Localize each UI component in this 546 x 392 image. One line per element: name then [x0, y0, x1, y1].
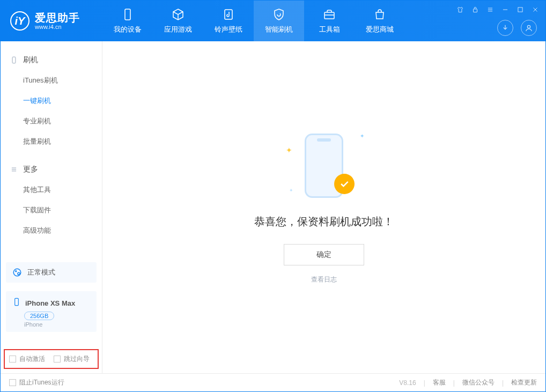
wechat-link[interactable]: 微信公众号 [462, 378, 495, 387]
minimize-icon[interactable] [500, 5, 510, 14]
sidebar-item-other-tools[interactable]: 其他工具 [1, 180, 102, 200]
body: 刷机 iTunes刷机 一键刷机 专业刷机 批量刷机 更多 其他工具 下载固件 … [1, 41, 545, 373]
device-capacity: 256GB [24, 312, 54, 320]
cube-icon [171, 8, 185, 21]
options-highlight-box: 自动激活 跳过向导 [4, 349, 99, 369]
device-phone-icon [12, 298, 21, 308]
sidebar-item-download-firmware[interactable]: 下载固件 [1, 200, 102, 220]
sidebar-group-flash: 刷机 [1, 52, 102, 70]
success-illustration: ✦ ✦ ✦ [289, 131, 359, 201]
shirt-icon[interactable] [455, 5, 465, 14]
view-log-link[interactable]: 查看日志 [311, 275, 337, 284]
svg-point-9 [18, 272, 20, 275]
ok-button[interactable]: 确定 [284, 244, 364, 265]
statusbar: 阻止iTunes运行 V8.16 | 客服 | 微信公众号 | 检查更新 [1, 373, 545, 391]
music-note-icon [222, 8, 235, 21]
sidebar-group-more: 更多 [1, 161, 102, 180]
phone-small-icon [10, 56, 18, 64]
mode-normal-icon [12, 268, 22, 277]
mode-card[interactable]: 正常模式 [6, 262, 97, 283]
main-content: ✦ ✦ ✦ 恭喜您，保资料刷机成功啦！ 确定 查看日志 [102, 41, 545, 373]
checkbox-label: 跳过向导 [64, 354, 90, 364]
tab-label: 爱思商城 [366, 25, 394, 34]
tab-label: 应用游戏 [164, 25, 192, 34]
checkbox-skip-guide[interactable]: 跳过向导 [54, 354, 90, 364]
svg-rect-0 [125, 9, 130, 20]
device-type: iPhone [24, 321, 90, 328]
tab-smart-flash[interactable]: 智能刷机 [254, 1, 304, 41]
sidebar-scroll: 刷机 iTunes刷机 一键刷机 专业刷机 批量刷机 更多 其他工具 下载固件 … [1, 41, 102, 258]
tab-ringtones-wallpaper[interactable]: 铃声壁纸 [203, 1, 254, 41]
checkbox-label: 阻止iTunes运行 [19, 378, 64, 387]
sparkle-icon: ✦ [286, 146, 292, 154]
svg-rect-1 [225, 10, 232, 19]
tab-apps-games[interactable]: 应用游戏 [153, 1, 203, 41]
svg-rect-2 [324, 12, 334, 19]
menu-icon[interactable] [485, 5, 495, 14]
logo-text: 爱思助手 www.i4.cn [35, 12, 80, 30]
maximize-icon[interactable] [515, 5, 525, 14]
version-label: V8.16 [399, 379, 416, 387]
user-icon[interactable] [521, 20, 537, 36]
phone-icon [121, 8, 135, 21]
sidebar-item-batch-flash[interactable]: 批量刷机 [1, 131, 102, 152]
sidebar-group-title: 刷机 [23, 55, 38, 65]
sidebar-item-pro-flash[interactable]: 专业刷机 [1, 111, 102, 131]
svg-rect-10 [15, 298, 19, 305]
tab-label: 智能刷机 [265, 25, 293, 34]
success-headline: 恭喜您，保资料刷机成功啦！ [254, 215, 394, 229]
logo-area: iY 爱思助手 www.i4.cn [1, 11, 102, 31]
sidebar-item-itunes-flash[interactable]: iTunes刷机 [1, 70, 102, 91]
main-tabs: 我的设备 应用游戏 铃声壁纸 智能刷机 工具箱 爱思商城 [102, 1, 405, 41]
checkbox-auto-activate[interactable]: 自动激活 [9, 354, 45, 364]
svg-rect-6 [12, 57, 16, 63]
logo-icon: iY [10, 11, 29, 31]
list-icon [10, 166, 18, 173]
sparkle-icon: ✦ [289, 188, 293, 193]
device-name: iPhone XS Max [25, 299, 75, 307]
tab-store[interactable]: 爱思商城 [355, 1, 405, 41]
sparkle-icon: ✦ [360, 133, 364, 139]
sidebar-group-title: 更多 [23, 165, 38, 174]
svg-point-8 [15, 270, 17, 272]
app-name-en: www.i4.cn [35, 24, 80, 30]
app-name-cn: 爱思助手 [35, 12, 80, 24]
tab-my-device[interactable]: 我的设备 [102, 1, 153, 41]
tab-toolbox[interactable]: 工具箱 [304, 1, 355, 41]
mode-label: 正常模式 [27, 268, 55, 277]
tab-label: 工具箱 [319, 25, 340, 34]
tab-label: 铃声壁纸 [215, 25, 242, 34]
app-window: iY 爱思助手 www.i4.cn 我的设备 应用游戏 铃声壁纸 智能刷机 [0, 0, 546, 392]
download-icon[interactable] [497, 20, 513, 36]
check-update-link[interactable]: 检查更新 [511, 378, 537, 387]
device-card[interactable]: iPhone XS Max 256GB iPhone [6, 291, 97, 332]
svg-rect-3 [474, 9, 477, 12]
tab-label: 我的设备 [114, 25, 142, 34]
window-controls [455, 5, 540, 14]
support-link[interactable]: 客服 [433, 378, 446, 387]
svg-rect-4 [518, 8, 522, 12]
shield-refresh-icon [272, 8, 286, 21]
checkmark-badge-icon [334, 174, 355, 194]
titlebar: iY 爱思助手 www.i4.cn 我的设备 应用游戏 铃声壁纸 智能刷机 [1, 1, 545, 41]
logo-letter: iY [15, 15, 25, 27]
sidebar-item-advanced[interactable]: 高级功能 [1, 220, 102, 241]
toolbox-icon [322, 8, 336, 21]
close-icon[interactable] [530, 5, 540, 14]
checkbox-block-itunes[interactable]: 阻止iTunes运行 [9, 378, 64, 387]
titlebar-round-buttons [497, 20, 537, 36]
lock-icon[interactable] [470, 5, 480, 14]
sidebar-item-oneclick-flash[interactable]: 一键刷机 [1, 91, 102, 111]
svg-point-5 [527, 25, 530, 28]
checkbox-label: 自动激活 [19, 354, 45, 364]
sidebar: 刷机 iTunes刷机 一键刷机 专业刷机 批量刷机 更多 其他工具 下载固件 … [1, 41, 102, 373]
bag-icon [373, 8, 387, 21]
